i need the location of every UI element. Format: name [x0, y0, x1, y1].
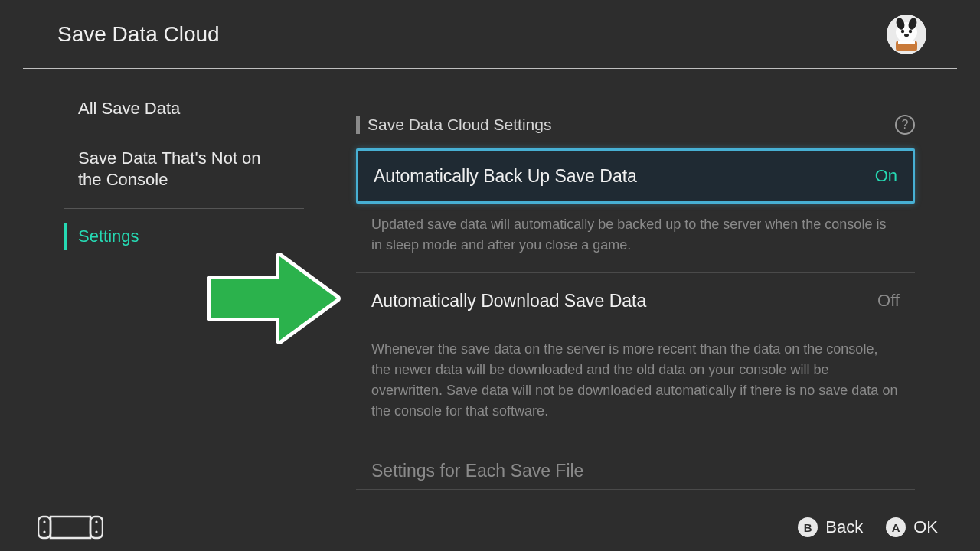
sidebar-item-not-on-console[interactable]: Save Data That's Not on the Console — [55, 134, 304, 205]
sidebar: All Save Data Save Data That's Not on th… — [0, 84, 310, 504]
svg-point-6 — [904, 34, 909, 37]
back-button[interactable]: B Back — [798, 517, 863, 537]
setting-value: Off — [877, 291, 900, 311]
section-header: Save Data Cloud Settings ? — [356, 115, 915, 135]
footer: B Back A OK — [0, 504, 980, 551]
subsection-title: Settings for Each Save File — [356, 439, 915, 489]
content-panel: Save Data Cloud Settings ? Automatically… — [310, 84, 980, 504]
divider — [356, 489, 915, 490]
back-label: Back — [825, 517, 863, 537]
svg-rect-8 — [898, 41, 915, 44]
main-area: All Save Data Save Data That's Not on th… — [0, 69, 980, 504]
svg-point-13 — [43, 530, 45, 533]
setting-auto-backup[interactable]: Automatically Back Up Save Data On — [356, 148, 915, 204]
svg-point-15 — [95, 530, 97, 533]
sidebar-item-label: Save Data That's Not on the Console — [78, 148, 261, 190]
svg-rect-11 — [51, 517, 90, 538]
sidebar-item-all-save-data[interactable]: All Save Data — [55, 84, 304, 134]
setting-label: Automatically Download Save Data — [371, 291, 646, 311]
svg-point-5 — [909, 30, 912, 33]
svg-point-12 — [43, 520, 45, 523]
svg-rect-10 — [90, 517, 103, 538]
setting-value: On — [875, 166, 897, 186]
section-title: Save Data Cloud Settings — [368, 116, 551, 134]
ok-label: OK — [913, 517, 938, 537]
setting-description: Updated save data will automatically be … — [356, 204, 915, 272]
header: Save Data Cloud — [0, 0, 980, 69]
sidebar-item-settings[interactable]: Settings — [55, 212, 304, 262]
sidebar-item-label: Settings — [78, 227, 139, 246]
svg-rect-9 — [38, 517, 51, 538]
header-divider — [23, 68, 957, 69]
svg-point-14 — [95, 520, 97, 523]
ok-button[interactable]: A OK — [886, 517, 938, 537]
footer-actions: B Back A OK — [798, 517, 938, 537]
setting-description: Whenever the save data on the server is … — [356, 328, 915, 439]
setting-auto-download[interactable]: Automatically Download Save Data Off — [356, 273, 915, 328]
user-avatar[interactable] — [887, 15, 926, 54]
a-button-icon: A — [886, 517, 906, 537]
sidebar-divider — [64, 208, 304, 209]
page-title: Save Data Cloud — [57, 22, 220, 47]
help-icon[interactable]: ? — [895, 115, 915, 135]
b-button-icon: B — [798, 517, 818, 537]
setting-label: Automatically Back Up Save Data — [374, 166, 637, 187]
sidebar-item-label: All Save Data — [78, 99, 180, 118]
console-icon — [38, 515, 103, 540]
section-accent-bar — [356, 116, 360, 134]
svg-point-4 — [901, 30, 904, 33]
